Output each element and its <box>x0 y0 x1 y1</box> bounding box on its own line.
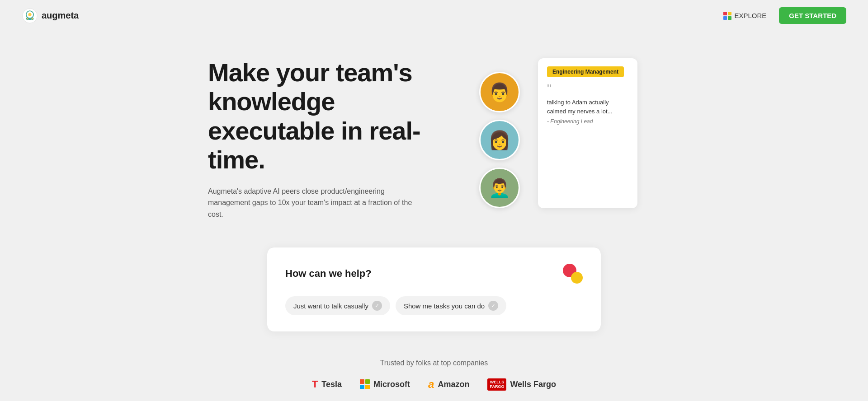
avatar-column: 👨 👩 👨‍🦱 <box>479 67 520 208</box>
testimonial-card: Engineering Management " talking to Adam… <box>538 58 637 208</box>
testimonial-quote: talking to Adam actually calmed my nerve… <box>547 98 628 116</box>
hero-section: Make your team's knowledge executable in… <box>118 31 750 238</box>
help-header: How can we help? <box>285 264 583 284</box>
get-started-button[interactable]: GET STARTED <box>779 7 846 24</box>
quote-mark: " <box>547 83 628 95</box>
svg-point-5 <box>31 18 33 20</box>
amazon-name: Amazon <box>438 380 469 389</box>
color-orb <box>563 264 583 284</box>
svg-point-4 <box>26 18 28 20</box>
testimonial-author: - Engineering Lead <box>547 118 628 125</box>
chip-casual-talk[interactable]: Just want to talk casually ✓ <box>285 296 390 315</box>
explore-button[interactable]: EXPLORE <box>718 8 772 23</box>
chip-casual-label: Just want to talk casually <box>293 302 368 310</box>
navbar: augmeta EXPLORE GET STARTED <box>0 0 868 31</box>
svg-point-2 <box>28 13 31 16</box>
microsoft-name: Microsoft <box>373 380 410 389</box>
chip-check-2: ✓ <box>488 301 498 311</box>
microsoft-icon <box>360 379 370 389</box>
tesla-icon: T <box>312 378 318 390</box>
grid-icon <box>723 12 731 20</box>
hero-text: Make your team's knowledge executable in… <box>208 58 452 220</box>
logo-microsoft: Microsoft <box>360 379 410 389</box>
tesla-name: Tesla <box>321 380 342 389</box>
badge: Engineering Management <box>547 66 624 77</box>
wells-fargo-name: Wells Fargo <box>510 380 556 389</box>
help-card-title: How can we help? <box>285 268 372 280</box>
chip-tasks-label: Show me tasks you can do <box>404 302 485 310</box>
chip-row: Just want to talk casually ✓ Show me tas… <box>285 296 583 315</box>
logo-amazon: a Amazon <box>428 378 469 391</box>
amazon-icon: a <box>428 378 434 391</box>
chip-check-1: ✓ <box>372 301 382 311</box>
orb-yellow <box>571 272 583 284</box>
wells-fargo-icon: WELLSFARGO <box>487 378 506 391</box>
nav-actions: EXPLORE GET STARTED <box>718 7 846 24</box>
chip-show-tasks[interactable]: Show me tasks you can do ✓ <box>396 296 506 315</box>
avatar-3: 👨‍🦱 <box>479 168 520 208</box>
logo-wells-fargo: WELLSFARGO Wells Fargo <box>487 378 556 391</box>
logo-text: augmeta <box>42 10 79 21</box>
avatar-2: 👩 <box>479 120 520 160</box>
logo[interactable]: augmeta <box>22 8 79 24</box>
logo-tesla: T Tesla <box>312 378 342 390</box>
hero-right: 👨 👩 👨‍🦱 Engineering Management " talking… <box>479 58 637 208</box>
help-card: How can we help? Just want to talk casua… <box>267 247 601 332</box>
hero-title: Make your team's knowledge executable in… <box>208 58 452 175</box>
trust-section: Trusted by folks at top companies T Tesl… <box>0 350 868 401</box>
help-section: How can we help? Just want to talk casua… <box>0 238 868 350</box>
trust-title: Trusted by folks at top companies <box>22 359 846 367</box>
avatar-1: 👨 <box>479 72 520 112</box>
hero-subtitle: Augmeta's adaptive AI peers close produc… <box>208 186 425 220</box>
logos-row: T Tesla Microsoft a Amazon WELLSFARGO We… <box>22 378 846 391</box>
